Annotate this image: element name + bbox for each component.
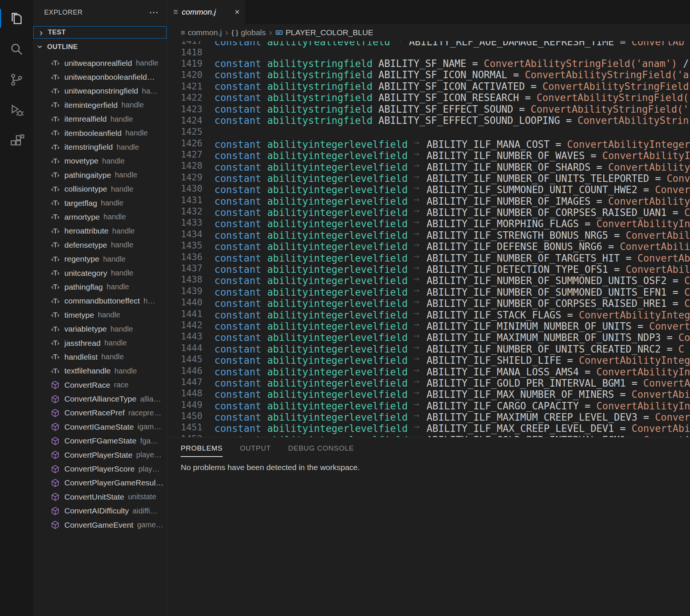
type-parameter-icon: ‹T› <box>51 213 62 221</box>
code-line[interactable]: 1428constant abilityintegerlevelfield → … <box>167 160 690 171</box>
code-line[interactable]: 1436constant abilityintegerlevelfield → … <box>167 251 690 262</box>
outline-item[interactable]: ‹T›textfilehandlehandle <box>33 364 167 378</box>
outline-item[interactable]: ‹T›timetypehandle <box>33 308 167 322</box>
code-line[interactable]: 1427constant abilityintegerlevelfield → … <box>167 149 690 160</box>
code-line[interactable]: 1417constant abilityreallevelfield → ABI… <box>167 41 690 46</box>
outline-item[interactable]: ‹T›itemintegerfieldhandle <box>33 98 167 112</box>
outline-item[interactable]: ‹T›pathingaitypehandle <box>33 168 167 182</box>
code-line[interactable]: 1425 <box>167 126 690 137</box>
code-line[interactable]: 1431constant abilityintegerlevelfield → … <box>167 194 690 205</box>
type-parameter-icon: ‹T› <box>51 367 62 375</box>
outline-item[interactable]: ‹T›unitweaponstringfieldha… <box>33 84 167 98</box>
line-number: 1426 <box>167 138 202 149</box>
line-number: 1445 <box>167 354 202 365</box>
outline-item[interactable]: ‹T›heroattributehandle <box>33 224 167 238</box>
code-line[interactable]: 1449constant abilityintegerlevelfield → … <box>167 399 690 411</box>
code-line[interactable]: 1433constant abilityintegerlevelfield → … <box>167 217 690 228</box>
breadcrumb-item-globals[interactable]: { }globals <box>232 28 266 37</box>
panel-tab-problems[interactable]: PROBLEMS <box>181 444 223 457</box>
outline-item[interactable]: ‹T›defensetypehandle <box>33 238 167 252</box>
section-outline[interactable]: › OUTLINE <box>33 40 167 54</box>
panel-tab-output[interactable]: OUTPUT <box>240 444 271 457</box>
code-line[interactable]: 1448constant abilityintegerlevelfield → … <box>167 388 690 399</box>
outline-item[interactable]: ‹T›collisiontypehandle <box>33 182 167 196</box>
outline-item[interactable]: ‹T›targetflaghandle <box>33 196 167 210</box>
outline-item[interactable]: ‹T›itemstringfieldhandle <box>33 140 167 154</box>
code-line[interactable]: 1426constant abilityintegerlevelfield → … <box>167 138 690 149</box>
code-line[interactable]: 1424constant abilitystringfield ABILITY_… <box>167 115 690 126</box>
outline-item[interactable]: ConvertIGameStateigam… <box>33 420 167 434</box>
outline-item[interactable]: ConvertGameEventgame… <box>33 518 167 532</box>
outline-item[interactable]: ‹T›unitweaponrealfieldhandle <box>33 56 167 70</box>
panel-tab-debug-console[interactable]: DEBUG CONSOLE <box>288 444 354 457</box>
section-test[interactable]: › TEST <box>33 26 167 39</box>
code-line[interactable]: 1435constant abilityintegerlevelfield → … <box>167 240 690 251</box>
code-line[interactable]: 1432constant abilityintegerlevelfield → … <box>167 206 690 217</box>
outline-item[interactable]: ‹T›jassthreadhandle <box>33 336 167 350</box>
code-line[interactable]: 1423constant abilitystringfield ABILITY_… <box>167 103 690 115</box>
code-line[interactable]: 1442constant abilityintegerlevelfield → … <box>167 320 690 331</box>
code-line[interactable]: 1451constant abilityintegerlevelfield → … <box>167 422 690 433</box>
outline-item[interactable]: ‹T›pathingflaghandle <box>33 280 167 294</box>
type-parameter-icon: ‹T› <box>51 325 62 333</box>
code-line[interactable]: 1443constant abilityintegerlevelfield → … <box>167 331 690 342</box>
outline-item[interactable]: ConvertRacePrefracepre… <box>33 406 167 420</box>
outline-item[interactable]: ConvertRacerace <box>33 378 167 392</box>
outline-item[interactable]: ConvertFGameStatefga… <box>33 434 167 448</box>
code-line[interactable]: 1422constant abilitystringfield ABILITY_… <box>167 92 690 103</box>
breadcrumb-item-player-color-blue[interactable]: PLAYER_COLOR_BLUE <box>275 28 373 37</box>
code-line[interactable]: 1419constant abilitystringfield ABILITY_… <box>167 58 690 69</box>
code-line[interactable]: 1439constant abilityintegerlevelfield → … <box>167 286 690 297</box>
outline-item[interactable]: ‹T›variabletypehandle <box>33 322 167 336</box>
outline-item[interactable]: ‹T›regentypehandle <box>33 252 167 266</box>
code-line[interactable]: 1445constant abilityintegerlevelfield → … <box>167 354 690 365</box>
outline-item[interactable]: ‹T›armortypehandle <box>33 210 167 224</box>
outline-item[interactable]: ‹T›itemrealfieldhandle <box>33 112 167 126</box>
outline-item-label: pathingaitype <box>64 171 111 180</box>
outline-item[interactable]: ConvertPlayerStateplaye… <box>33 448 167 462</box>
close-icon[interactable]: ✕ <box>235 8 240 16</box>
line-number: 1419 <box>167 58 202 69</box>
outline-item-label: targetflag <box>64 199 97 208</box>
code-line[interactable]: 1444constant abilityintegerlevelfield → … <box>167 342 690 354</box>
outline-item[interactable]: ‹T›unitcategoryhandle <box>33 266 167 280</box>
outline-item[interactable]: ConvertPlayerScoreplay… <box>33 462 167 476</box>
outline-item[interactable]: ConvertUnitStateunitstate <box>33 490 167 504</box>
line-number: 1429 <box>167 172 202 183</box>
outline-item[interactable]: ‹T›handlelisthandle <box>33 350 167 364</box>
outline-item[interactable]: ‹T›commandbuttoneffecth… <box>33 294 167 308</box>
activity-extensions-button[interactable] <box>0 126 33 156</box>
line-number: 1439 <box>167 286 202 296</box>
tab-common-j[interactable]: ≡ common.j ✕ <box>167 0 245 24</box>
code-line[interactable]: 1418 <box>167 46 690 58</box>
activity-files-button[interactable] <box>0 3 33 34</box>
code-line[interactable]: 1438constant abilityintegerlevelfield → … <box>167 274 690 285</box>
more-actions-icon[interactable]: ⋯ <box>149 7 159 17</box>
type-parameter-icon: ‹T› <box>51 241 62 249</box>
code-line[interactable]: 1450constant abilityintegerlevelfield → … <box>167 411 690 422</box>
code-line[interactable]: 1446constant abilityintegerlevelfield → … <box>167 365 690 376</box>
code-line[interactable]: 1429constant abilityintegerlevelfield → … <box>167 172 690 183</box>
code-line[interactable]: 1452constant abilityintegerlevelfield → … <box>167 433 690 437</box>
code-line[interactable]: 1430constant abilityintegerlevelfield → … <box>167 183 690 194</box>
code-line[interactable]: 1440constant abilityintegerlevelfield → … <box>167 297 690 308</box>
outline-item-detail: handle <box>101 199 123 207</box>
outline-item[interactable]: ‹T›movetypehandle <box>33 154 167 168</box>
code-line[interactable]: 1434constant abilityintegerlevelfield → … <box>167 229 690 240</box>
activity-search-button[interactable] <box>0 34 33 64</box>
outline-item-detail: handle <box>110 115 133 123</box>
activity-source-control-button[interactable] <box>0 64 33 95</box>
breadcrumb-item-common-j[interactable]: ≡common.j <box>181 28 222 37</box>
code-line[interactable]: 1420constant abilitystringfield ABILITY_… <box>167 69 690 80</box>
outline-item[interactable]: ‹T›itembooleanfieldhandle <box>33 126 167 140</box>
outline-item[interactable]: ‹T›unitweaponbooleanfield… <box>33 70 167 84</box>
outline-item[interactable]: ConvertPlayerGameResul… <box>33 476 167 490</box>
code-editor[interactable]: 1417constant abilityreallevelfield → ABI… <box>167 41 690 437</box>
code-line[interactable]: 1437constant abilityintegerlevelfield → … <box>167 263 690 274</box>
outline-item[interactable]: ConvertAllianceTypeallia… <box>33 392 167 406</box>
outline-item[interactable]: ConvertAIDifficultyaidiffi… <box>33 504 167 518</box>
code-line[interactable]: 1447constant abilityintegerlevelfield → … <box>167 376 690 388</box>
activity-run-debug-button[interactable] <box>0 95 33 126</box>
code-line[interactable]: 1421constant abilitystringfield ABILITY_… <box>167 81 690 92</box>
code-line[interactable]: 1441constant abilityintegerlevelfield → … <box>167 308 690 319</box>
